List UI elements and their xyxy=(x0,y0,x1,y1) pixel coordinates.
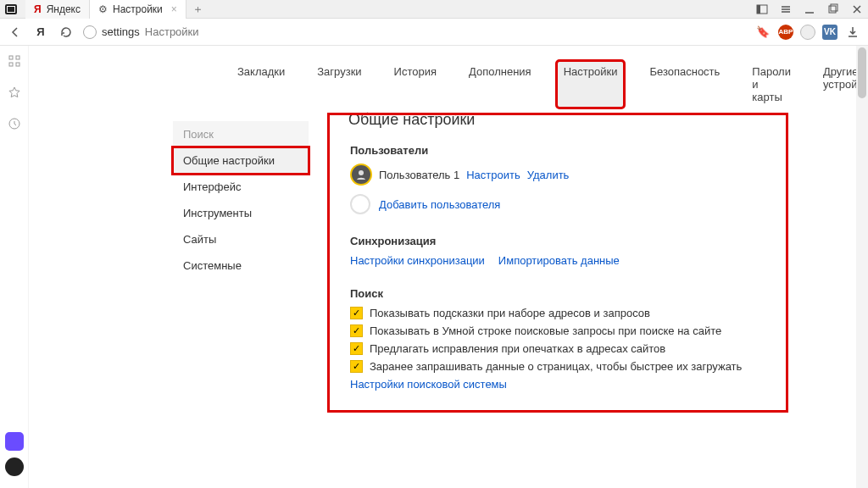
side-tools[interactable]: Инструменты xyxy=(173,200,309,226)
page-content: Закладки Загрузки История Дополнения Нас… xyxy=(29,46,868,488)
bookmark-icon[interactable]: 🔖 xyxy=(754,24,771,41)
nav-history[interactable]: История xyxy=(387,61,443,108)
adblock-extension-icon[interactable]: ABP xyxy=(778,25,793,40)
site-identity-icon[interactable] xyxy=(83,25,97,39)
user-delete-link[interactable]: Удалить xyxy=(527,169,570,181)
add-user-row[interactable]: Добавить пользователя xyxy=(350,194,766,214)
user-avatar-icon[interactable] xyxy=(350,164,372,186)
nav-passwords[interactable]: Пароли и карты xyxy=(745,61,798,108)
vertical-scrollbar[interactable] xyxy=(856,46,868,488)
nav-downloads[interactable]: Загрузки xyxy=(310,61,368,108)
tabstrip: Я Яндекс ⚙ Настройки × ＋ xyxy=(25,0,210,19)
hamburger-icon[interactable] xyxy=(780,3,792,15)
settings-main-panel: Общие настройки Пользователи Пользовател… xyxy=(329,114,787,411)
add-user-link[interactable]: Добавить пользователя xyxy=(379,198,500,211)
user-configure-link[interactable]: Настроить xyxy=(466,169,520,181)
alice-assistant-icon[interactable] xyxy=(5,458,24,476)
panel-toggle-icon[interactable] xyxy=(756,3,768,15)
minimize-button[interactable] xyxy=(804,3,815,15)
tab-close-icon[interactable]: × xyxy=(171,3,177,15)
check-label: Показывать в Умной строке поисковые запр… xyxy=(370,324,721,337)
panel-title: Общие настройки xyxy=(348,111,766,129)
checkbox-icon[interactable]: ✓ xyxy=(350,360,363,373)
nav-bookmarks[interactable]: Закладки xyxy=(231,61,292,108)
user-row: Пользователь 1 Настроить Удалить xyxy=(350,164,766,186)
add-user-icon xyxy=(350,194,370,214)
address-bar[interactable]: settings Настройки xyxy=(83,25,199,39)
sync-heading: Синхронизация xyxy=(350,235,766,247)
search-check-4[interactable]: ✓ Заранее запрашивать данные о страницах… xyxy=(350,360,766,373)
toolbar: Я settings Настройки 🔖 ABP VK xyxy=(0,19,868,46)
side-general[interactable]: Общие настройки xyxy=(173,147,309,174)
new-tab-button[interactable]: ＋ xyxy=(186,0,210,19)
checkbox-icon[interactable]: ✓ xyxy=(350,342,363,355)
address-host: settings xyxy=(102,25,140,38)
svg-rect-13 xyxy=(16,63,19,66)
checkbox-icon[interactable]: ✓ xyxy=(350,324,363,337)
globe-extension-icon[interactable] xyxy=(800,25,815,40)
tab-label: Яндекс xyxy=(47,3,81,15)
sync-import-link[interactable]: Импортировать данные xyxy=(498,254,620,267)
browser-side-panel xyxy=(0,46,29,488)
search-engine-link[interactable]: Настройки поисковой системы xyxy=(350,378,507,391)
scrollbar-thumb[interactable] xyxy=(858,47,866,98)
search-check-2[interactable]: ✓ Показывать в Умной строке поисковые за… xyxy=(350,324,766,337)
check-label: Показывать подсказки при наборе адресов … xyxy=(370,307,650,319)
nav-extensions[interactable]: Дополнения xyxy=(462,61,538,108)
users-heading: Пользователи xyxy=(350,144,766,157)
downloads-icon[interactable] xyxy=(844,24,861,41)
gear-icon: ⚙ xyxy=(98,3,108,15)
reload-button[interactable] xyxy=(58,24,75,41)
yandex-favicon-icon: Я xyxy=(34,3,42,15)
side-interface[interactable]: Интерфейс xyxy=(173,174,309,200)
sync-settings-link[interactable]: Настройки синхронизации xyxy=(350,254,485,267)
address-path: Настройки xyxy=(145,25,199,38)
search-heading: Поиск xyxy=(350,287,766,300)
nav-security[interactable]: Безопасность xyxy=(643,61,726,108)
svg-point-15 xyxy=(359,170,364,175)
apps-grid-icon[interactable] xyxy=(8,54,21,70)
search-check-1[interactable]: ✓ Показывать подсказки при наборе адресо… xyxy=(350,307,766,319)
back-button[interactable] xyxy=(7,24,24,41)
yandex-home-button[interactable]: Я xyxy=(32,24,49,41)
side-search[interactable]: Поиск xyxy=(173,121,309,147)
check-label: Предлагать исправления при опечатках в а… xyxy=(370,342,665,355)
side-sites[interactable]: Сайты xyxy=(173,226,309,252)
settings-side-nav: Поиск Общие настройки Интерфейс Инструме… xyxy=(173,121,309,411)
tab-label: Настройки xyxy=(113,3,163,15)
user-name: Пользователь 1 xyxy=(379,169,459,181)
search-check-3[interactable]: ✓ Предлагать исправления при опечатках в… xyxy=(350,342,766,355)
close-button[interactable] xyxy=(851,3,863,15)
history-clock-icon[interactable] xyxy=(8,117,21,133)
favorites-star-icon[interactable] xyxy=(8,86,21,102)
svg-rect-6 xyxy=(829,6,836,13)
svg-rect-11 xyxy=(16,56,19,59)
vk-extension-icon[interactable]: VK xyxy=(822,25,837,40)
svg-rect-10 xyxy=(9,56,13,59)
side-system[interactable]: Системные xyxy=(173,252,309,279)
svg-rect-7 xyxy=(831,4,837,11)
checkbox-icon[interactable]: ✓ xyxy=(350,307,363,319)
app-menu-icon[interactable] xyxy=(5,4,17,14)
tab-yandex[interactable]: Я Яндекс xyxy=(25,0,90,19)
pinned-app-icon[interactable] xyxy=(5,432,24,451)
nav-settings[interactable]: Настройки xyxy=(557,61,625,108)
svg-rect-12 xyxy=(9,63,13,66)
settings-top-nav: Закладки Загрузки История Дополнения Нас… xyxy=(29,46,868,121)
tab-settings[interactable]: ⚙ Настройки × xyxy=(90,0,186,19)
maximize-button[interactable] xyxy=(827,3,839,15)
svg-rect-1 xyxy=(757,5,760,14)
check-label: Заранее запрашивать данные о страницах, … xyxy=(370,360,742,373)
